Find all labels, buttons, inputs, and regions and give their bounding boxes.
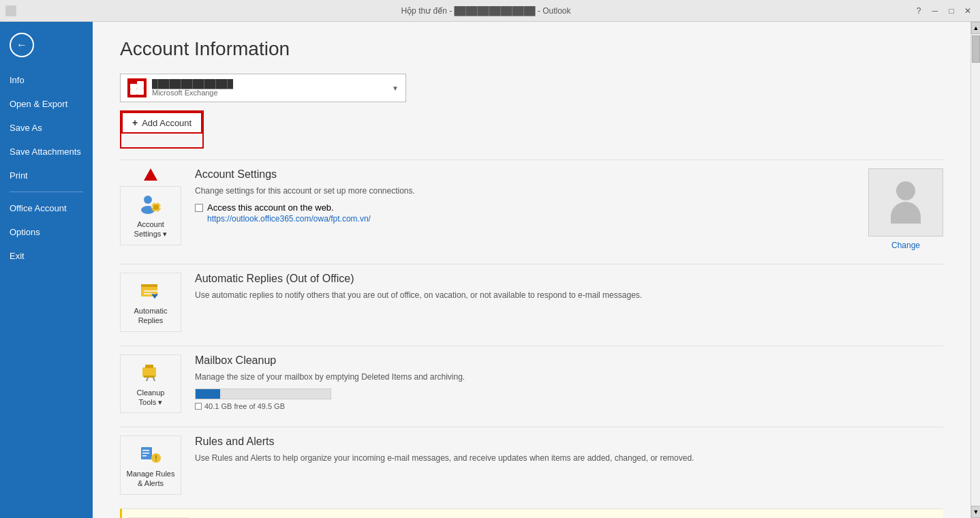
progress-text: 40.1 GB free of 49.5 GB <box>195 402 943 410</box>
cleanup-tools-icon <box>138 361 163 385</box>
account-name: ██████████████ <box>152 79 386 89</box>
add-account-button[interactable]: + Add Account <box>121 112 202 134</box>
svg-rect-3 <box>137 88 144 95</box>
svg-line-17 <box>147 378 148 381</box>
web-access: Access this account on the web. https://… <box>195 202 855 224</box>
account-settings-title: Account Settings <box>195 168 855 181</box>
scroll-thumb[interactable] <box>972 35 980 63</box>
account-icon <box>127 78 147 97</box>
manage-rules-label: Manage Rules& Alerts <box>127 469 175 489</box>
automatic-replies-button[interactable]: AutomaticReplies <box>120 273 181 332</box>
scrollbar[interactable]: ▲ ▼ <box>970 22 980 518</box>
sidebar-item-office-account[interactable]: Office Account <box>0 196 93 220</box>
progress-bar-fill <box>196 389 220 399</box>
content-area: ██████████████ Microsoft Exchange ▼ + Ad… <box>93 74 970 518</box>
plus-icon: + <box>132 117 138 128</box>
sidebar-back: ← <box>0 22 93 68</box>
account-settings-desc: Change settings for this account or set … <box>195 185 855 197</box>
rules-alerts-title: Rules and Alerts <box>195 436 943 448</box>
add-account-wrapper: + Add Account <box>120 110 943 149</box>
automatic-replies-label: AutomaticReplies <box>134 306 168 326</box>
svg-rect-1 <box>137 81 144 88</box>
svg-rect-2 <box>130 89 137 95</box>
web-access-label: Access this account on the web. <box>207 202 334 213</box>
web-access-checkbox[interactable] <box>195 204 203 212</box>
section-mailbox-cleanup: CleanupTools ▾ Mailbox Cleanup Manage th… <box>120 346 943 422</box>
sidebar-divider <box>10 192 83 192</box>
account-settings-button[interactable]: AccountSettings ▾ <box>120 186 181 245</box>
section-automatic-replies: AutomaticReplies Automatic Replies (Out … <box>120 264 943 340</box>
svg-rect-13 <box>141 284 157 287</box>
add-account-label: Add Account <box>142 118 192 128</box>
account-settings-label: AccountSettings ▾ <box>134 219 168 239</box>
dropdown-arrow-icon: ▼ <box>392 85 399 92</box>
automatic-replies-title: Automatic Replies (Out of Office) <box>195 273 943 285</box>
svg-rect-16 <box>144 376 155 378</box>
account-type: Microsoft Exchange <box>152 89 386 97</box>
scroll-down-button[interactable]: ▼ <box>971 506 980 518</box>
automatic-replies-icon <box>138 279 163 303</box>
page-title: Account Information <box>93 22 970 74</box>
titlebar: Hộp thư đến - ██████████████ - Outlook ?… <box>0 0 980 22</box>
change-photo-link[interactable]: Change <box>891 241 920 250</box>
account-settings-icon <box>138 192 163 217</box>
web-access-link[interactable]: https://outlook.office365.com/owa/fpt.co… <box>207 214 371 224</box>
sidebar-item-print[interactable]: Print <box>0 164 93 187</box>
cleanup-tools-label: CleanupTools ▾ <box>137 388 165 408</box>
sidebar-item-open-export[interactable]: Open & Export <box>0 92 93 116</box>
svg-rect-21 <box>142 453 149 454</box>
account-settings-right: Change <box>868 168 943 250</box>
sidebar-item-save-attachments[interactable]: Save Attachments <box>0 140 93 164</box>
rules-alerts-desc: Use Rules and Alerts to help organize yo… <box>195 452 943 464</box>
svg-rect-22 <box>142 455 147 457</box>
sidebar-item-exit[interactable]: Exit <box>0 244 93 268</box>
manage-rules-button[interactable]: ! Manage Rules& Alerts <box>120 436 181 495</box>
sidebar-nav: Info Open & Export Save As Save Attachme… <box>0 68 93 518</box>
svg-rect-20 <box>142 450 149 451</box>
svg-point-4 <box>144 196 152 204</box>
section-slow-addins: Manage COMAdd-ins Slow and Disabled COM … <box>120 508 943 518</box>
back-button[interactable]: ← <box>10 33 34 57</box>
cleanup-tools-button[interactable]: CleanupTools ▾ <box>120 354 181 414</box>
svg-rect-14 <box>142 367 156 377</box>
svg-point-7 <box>153 204 159 210</box>
web-access-text: Access this account on the web. https://… <box>207 202 371 224</box>
minimize-button[interactable]: ─ <box>928 4 942 18</box>
mailbox-cleanup-title: Mailbox Cleanup <box>195 354 943 367</box>
automatic-replies-details: Automatic Replies (Out of Office) Use au… <box>195 273 943 307</box>
arrow-up-icon <box>144 168 157 181</box>
mailbox-cleanup-desc: Manage the size of your mailbox by empty… <box>195 371 943 383</box>
titlebar-controls: ? ─ □ ✕ <box>912 4 975 18</box>
add-account-highlight: + Add Account <box>120 110 204 149</box>
mailbox-cleanup-details: Mailbox Cleanup Manage the size of your … <box>195 354 943 410</box>
svg-line-18 <box>153 378 155 381</box>
account-settings-icon-wrapper: AccountSettings ▾ <box>120 168 181 245</box>
svg-text:!: ! <box>155 455 157 462</box>
svg-rect-0 <box>130 84 137 89</box>
sidebar-item-options[interactable]: Options <box>0 220 93 244</box>
restore-button[interactable]: □ <box>945 4 958 18</box>
progress-bar-bg <box>195 388 331 399</box>
manage-rules-icon: ! <box>138 442 163 466</box>
account-settings-details: Account Settings Change settings for thi… <box>195 168 943 250</box>
titlebar-title: Hộp thư đến - ██████████████ - Outlook <box>60 6 912 16</box>
account-dropdown[interactable]: ██████████████ Microsoft Exchange ▼ <box>120 74 406 102</box>
automatic-replies-desc: Use automatic replies to notify others t… <box>195 289 943 301</box>
close-button[interactable]: ✕ <box>961 4 975 18</box>
back-icon: ← <box>16 39 27 51</box>
avatar-box <box>868 168 943 237</box>
progress-label: 40.1 GB free of 49.5 GB <box>204 402 285 410</box>
account-selector: ██████████████ Microsoft Exchange ▼ <box>120 74 943 102</box>
account-settings-left: Account Settings Change settings for thi… <box>195 168 855 250</box>
scroll-up-button[interactable]: ▲ <box>971 22 980 34</box>
section-rules-alerts: ! Manage Rules& Alerts Rules and Alerts … <box>120 427 943 503</box>
svg-rect-15 <box>145 365 153 368</box>
progress-checkbox <box>195 403 202 410</box>
help-button[interactable]: ? <box>912 4 925 18</box>
avatar-body <box>891 202 921 224</box>
main-content: Account Information ██████████████ <box>93 22 970 518</box>
sidebar-item-save-as[interactable]: Save As <box>0 116 93 140</box>
account-info: ██████████████ Microsoft Exchange <box>152 79 386 97</box>
sidebar-item-info[interactable]: Info <box>0 68 93 92</box>
section-account-settings: AccountSettings ▾ Account Settings Chang… <box>120 159 943 258</box>
